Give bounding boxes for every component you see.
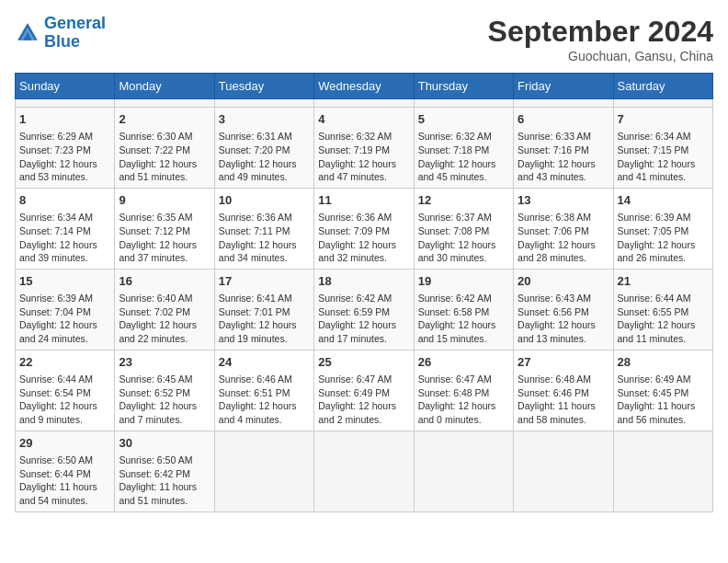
day-number: 16: [119, 273, 210, 290]
day-number: 24: [219, 354, 310, 371]
calendar-cell: 19Sunrise: 6:42 AMSunset: 6:58 PMDayligh…: [414, 269, 513, 350]
day-header-saturday: Saturday: [613, 74, 712, 99]
daylight-text: Daylight: 12 hours and 32 minutes.: [318, 238, 409, 265]
sunset-text: Sunset: 7:05 PM: [618, 224, 709, 238]
day-number: 6: [518, 111, 609, 128]
sunset-text: Sunset: 7:23 PM: [19, 144, 110, 157]
daylight-text: Daylight: 12 hours and 0 minutes.: [418, 399, 509, 426]
daylight-text: Daylight: 12 hours and 11 minutes.: [618, 318, 709, 345]
calendar-cell: [514, 431, 613, 511]
calendar-cell: [613, 431, 712, 511]
calendar-cell: 29Sunrise: 6:50 AMSunset: 6:44 PMDayligh…: [16, 431, 115, 511]
day-number: 30: [119, 435, 210, 452]
calendar-cell: 8Sunrise: 6:34 AMSunset: 7:14 PMDaylight…: [16, 188, 115, 269]
daylight-text: Daylight: 12 hours and 24 minutes.: [19, 318, 110, 345]
calendar-week-2: 8Sunrise: 6:34 AMSunset: 7:14 PMDaylight…: [16, 188, 713, 269]
sunset-text: Sunset: 6:49 PM: [318, 386, 409, 400]
daylight-text: Daylight: 12 hours and 39 minutes.: [19, 238, 110, 265]
daylight-text: Daylight: 12 hours and 17 minutes.: [318, 318, 409, 345]
day-number: 14: [618, 192, 709, 209]
daylight-text: Daylight: 12 hours and 15 minutes.: [418, 318, 509, 345]
sunset-text: Sunset: 7:15 PM: [618, 144, 709, 157]
calendar-cell: [514, 99, 613, 108]
calendar-cell: 11Sunrise: 6:36 AMSunset: 7:09 PMDayligh…: [314, 188, 414, 269]
calendar-week-1: 1Sunrise: 6:29 AMSunset: 7:23 PMDaylight…: [16, 108, 713, 189]
day-number: 2: [119, 111, 210, 128]
day-number: 7: [618, 111, 709, 128]
sunrise-text: Sunrise: 6:42 AM: [418, 292, 509, 305]
logo-icon: [15, 20, 40, 46]
calendar-cell: 3Sunrise: 6:31 AMSunset: 7:20 PMDaylight…: [214, 108, 313, 189]
day-number: 19: [418, 273, 509, 290]
sunrise-text: Sunrise: 6:48 AM: [518, 373, 609, 386]
calendar-cell: [613, 99, 712, 108]
daylight-text: Daylight: 11 hours and 51 minutes.: [119, 480, 210, 507]
calendar-cell: 14Sunrise: 6:39 AMSunset: 7:05 PMDayligh…: [613, 188, 712, 269]
day-number: 21: [618, 273, 709, 290]
calendar-cell: [16, 99, 115, 108]
calendar-cell: 7Sunrise: 6:34 AMSunset: 7:15 PMDaylight…: [613, 108, 712, 189]
logo-line1: General: [44, 14, 106, 32]
calendar-week-4: 22Sunrise: 6:44 AMSunset: 6:54 PMDayligh…: [16, 350, 713, 431]
calendar-cell: 24Sunrise: 6:46 AMSunset: 6:51 PMDayligh…: [214, 350, 313, 431]
day-number: 8: [19, 192, 110, 209]
day-header-tuesday: Tuesday: [214, 74, 313, 99]
calendar-cell: [414, 99, 513, 108]
calendar-cell: 25Sunrise: 6:47 AMSunset: 6:49 PMDayligh…: [314, 350, 414, 431]
day-number: 20: [518, 273, 609, 290]
daylight-text: Daylight: 12 hours and 4 minutes.: [219, 399, 310, 426]
day-number: 3: [219, 111, 310, 128]
daylight-text: Daylight: 12 hours and 7 minutes.: [119, 399, 210, 426]
sunrise-text: Sunrise: 6:44 AM: [19, 373, 110, 386]
day-number: 5: [418, 111, 509, 128]
calendar-cell: [414, 431, 513, 511]
sunset-text: Sunset: 6:56 PM: [518, 305, 609, 319]
sunset-text: Sunset: 6:54 PM: [19, 386, 110, 400]
day-number: 29: [19, 435, 110, 452]
calendar-cell: 26Sunrise: 6:47 AMSunset: 6:48 PMDayligh…: [414, 350, 513, 431]
sunset-text: Sunset: 6:45 PM: [618, 386, 709, 400]
sunrise-text: Sunrise: 6:38 AM: [518, 211, 609, 224]
sunset-text: Sunset: 7:04 PM: [19, 305, 110, 319]
calendar-cell: [214, 431, 313, 511]
day-number: 15: [19, 273, 110, 290]
calendar-cell: 28Sunrise: 6:49 AMSunset: 6:45 PMDayligh…: [613, 350, 712, 431]
calendar-cell: [115, 99, 214, 108]
sunrise-text: Sunrise: 6:36 AM: [219, 211, 310, 224]
day-number: 10: [219, 192, 310, 209]
calendar-week-0: [16, 99, 713, 108]
calendar-body: 1Sunrise: 6:29 AMSunset: 7:23 PMDaylight…: [16, 99, 713, 512]
sunset-text: Sunset: 7:06 PM: [518, 224, 609, 238]
calendar-cell: 15Sunrise: 6:39 AMSunset: 7:04 PMDayligh…: [16, 269, 115, 350]
sunrise-text: Sunrise: 6:29 AM: [19, 130, 110, 144]
daylight-text: Daylight: 12 hours and 47 minutes.: [318, 157, 409, 184]
sunset-text: Sunset: 6:46 PM: [518, 386, 609, 400]
daylight-text: Daylight: 12 hours and 2 minutes.: [318, 399, 409, 426]
day-header-wednesday: Wednesday: [314, 74, 414, 99]
calendar-cell: 6Sunrise: 6:33 AMSunset: 7:16 PMDaylight…: [514, 108, 613, 189]
sunrise-text: Sunrise: 6:35 AM: [119, 211, 210, 224]
calendar-cell: 23Sunrise: 6:45 AMSunset: 6:52 PMDayligh…: [115, 350, 214, 431]
logo-line2: Blue: [44, 32, 80, 51]
day-number: 28: [618, 354, 709, 371]
sunrise-text: Sunrise: 6:41 AM: [219, 292, 310, 305]
calendar-cell: 20Sunrise: 6:43 AMSunset: 6:56 PMDayligh…: [514, 269, 613, 350]
page-header: General Blue September 2024 Guochuan, Ga…: [15, 15, 713, 63]
sunset-text: Sunset: 6:59 PM: [318, 305, 409, 319]
daylight-text: Daylight: 11 hours and 56 minutes.: [618, 399, 709, 426]
calendar-week-3: 15Sunrise: 6:39 AMSunset: 7:04 PMDayligh…: [16, 269, 713, 350]
day-number: 4: [318, 111, 409, 128]
sunset-text: Sunset: 6:51 PM: [219, 386, 310, 400]
calendar-table: SundayMondayTuesdayWednesdayThursdayFrid…: [15, 73, 713, 512]
daylight-text: Daylight: 12 hours and 41 minutes.: [618, 157, 709, 184]
sunrise-text: Sunrise: 6:43 AM: [518, 292, 609, 305]
sunset-text: Sunset: 6:55 PM: [618, 305, 709, 319]
logo-text: General Blue: [44, 15, 106, 52]
day-header-thursday: Thursday: [414, 74, 513, 99]
calendar-week-5: 29Sunrise: 6:50 AMSunset: 6:44 PMDayligh…: [16, 431, 713, 511]
calendar-cell: 1Sunrise: 6:29 AMSunset: 7:23 PMDaylight…: [16, 108, 115, 189]
sunrise-text: Sunrise: 6:44 AM: [618, 292, 709, 305]
daylight-text: Daylight: 12 hours and 45 minutes.: [418, 157, 509, 184]
sunrise-text: Sunrise: 6:32 AM: [318, 130, 409, 144]
daylight-text: Daylight: 12 hours and 9 minutes.: [19, 399, 110, 426]
